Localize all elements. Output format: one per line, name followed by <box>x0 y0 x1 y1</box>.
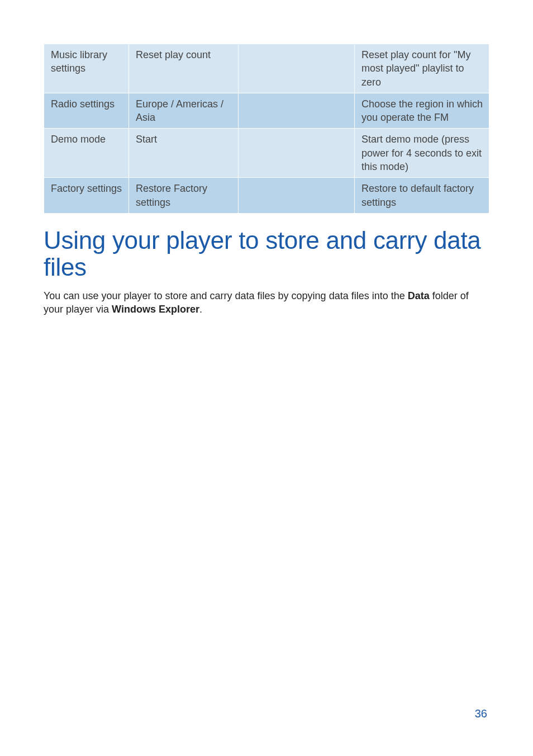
paragraph-bold: Data <box>408 290 430 301</box>
settings-cell: Restore to default factory settings <box>355 178 489 214</box>
table-row: Radio settings Europe / Americas / Asia … <box>44 93 489 129</box>
settings-table: Music library settings Reset play count … <box>44 44 489 214</box>
settings-cell: Factory settings <box>44 178 129 214</box>
settings-cell: Radio settings <box>44 93 129 129</box>
body-paragraph: You can use your player to store and car… <box>44 289 489 316</box>
settings-cell <box>239 93 355 129</box>
settings-cell: Start demo mode (press power for 4 secon… <box>355 129 489 178</box>
section-heading: Using your player to store and carry dat… <box>44 227 489 281</box>
settings-cell: Choose the region in which you operate t… <box>355 93 489 129</box>
settings-cell <box>239 44 355 93</box>
settings-cell: Reset play count for "My most played" pl… <box>355 44 489 93</box>
settings-cell <box>239 129 355 178</box>
settings-cell: Demo mode <box>44 129 129 178</box>
paragraph-bold: Windows Explorer <box>112 304 199 315</box>
settings-cell: Europe / Americas / Asia <box>129 93 239 129</box>
paragraph-text: . <box>199 304 202 315</box>
settings-cell: Start <box>129 129 239 178</box>
table-row: Music library settings Reset play count … <box>44 44 489 93</box>
settings-cell: Reset play count <box>129 44 239 93</box>
table-row: Demo mode Start Start demo mode (press p… <box>44 129 489 178</box>
paragraph-text: You can use your player to store and car… <box>44 290 408 301</box>
settings-cell <box>239 178 355 214</box>
page-number: 36 <box>475 707 487 720</box>
settings-cell: Restore Factory settings <box>129 178 239 214</box>
settings-cell: Music library settings <box>44 44 129 93</box>
table-row: Factory settings Restore Factory setting… <box>44 178 489 214</box>
